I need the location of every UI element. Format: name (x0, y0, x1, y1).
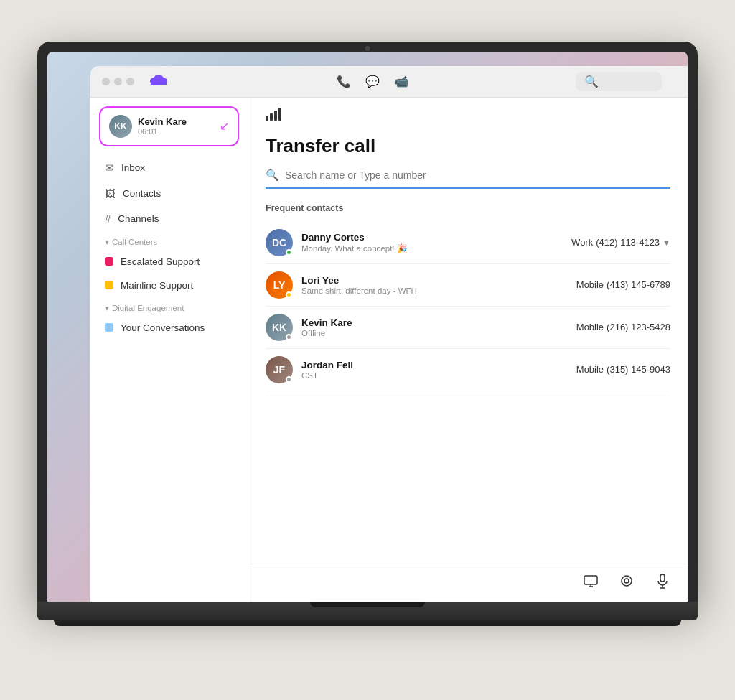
contact-details-jordan: Jordan Fell CST (301, 360, 576, 380)
contacts-icon: 🖼 (105, 187, 116, 200)
video-icon[interactable]: 📹 (394, 75, 408, 88)
contact-avatar-jordan: JF (266, 356, 293, 383)
status-dot-kevin (286, 334, 292, 340)
contact-phone-kevin[interactable]: Mobile (216) 123-5428 (576, 322, 670, 332)
contact-status-jordan: CST (301, 371, 576, 380)
svg-point-6 (624, 579, 629, 583)
svg-rect-3 (151, 81, 167, 85)
contact-status-danny: Monday. What a concept! 🎉 (301, 243, 571, 253)
transfer-search-bar[interactable]: 🔍 (266, 169, 670, 189)
contact-row[interactable]: DC Danny Cortes Monday. What a concept! … (266, 222, 670, 264)
sidebar-item-mainline[interactable]: Mainline Support (90, 274, 248, 297)
microphone-icon[interactable] (655, 573, 670, 593)
laptop-notch (310, 602, 425, 607)
sidebar-item-contacts[interactable]: 🖼 Contacts (90, 181, 248, 206)
app-window: 📞 💬 📹 🔍 KK (90, 66, 688, 602)
close-button[interactable] (102, 78, 110, 85)
screen-share-icon[interactable] (583, 573, 599, 593)
status-dot-lori (286, 291, 292, 298)
signal-bar-area (248, 98, 688, 121)
bottom-action-bar (248, 564, 688, 602)
contact-details-kevin: Kevin Kare Offline (301, 317, 576, 337)
window-controls (102, 78, 134, 85)
inbox-label: Inbox (121, 162, 145, 173)
contact-details-danny: Danny Cortes Monday. What a concept! 🎉 (301, 232, 571, 253)
contact-details-lori: Lori Yee Same shirt, different day - WFH (301, 275, 576, 295)
phone-icon[interactable]: 📞 (337, 75, 351, 88)
laptop-screen: 📞 💬 📹 🔍 KK (47, 52, 688, 602)
chevron-down-icon: ▾ (105, 237, 109, 247)
contact-row[interactable]: KK Kevin Kare Offline Mobile (266, 307, 670, 349)
contact-row[interactable]: JF Jordan Fell CST Mobile (266, 349, 670, 391)
signal-bar-4 (278, 108, 281, 121)
sidebar-item-escalated[interactable]: Escalated Support (90, 250, 248, 274)
minimize-button[interactable] (114, 78, 122, 85)
transfer-search-input[interactable] (285, 169, 670, 181)
contact-status-kevin: Offline (301, 329, 576, 337)
call-centers-section: ▾ Call Centers (90, 231, 248, 250)
sidebar-item-your-conversations[interactable]: Your Conversations (90, 316, 248, 340)
call-info: Kevin Kare 06:01 (138, 116, 214, 136)
contacts-label: Contacts (123, 188, 161, 199)
transfer-search-icon: 🔍 (266, 169, 279, 182)
status-dot-danny (286, 249, 292, 256)
phone-dropdown-icon[interactable]: ▼ (663, 238, 670, 247)
contact-phone-danny[interactable]: Work (412) 113-4123 ▼ (571, 237, 670, 248)
contact-phone-lori[interactable]: Mobile (413) 145-6789 (576, 279, 670, 290)
conversations-color-dot (105, 323, 113, 332)
contact-avatar-kevin: KK (266, 314, 293, 341)
svg-rect-7 (660, 574, 665, 582)
svg-point-5 (622, 576, 632, 586)
channels-label: Channels (118, 213, 159, 224)
signal-bar-2 (270, 113, 273, 121)
contact-list: DC Danny Cortes Monday. What a concept! … (266, 222, 670, 391)
sidebar-item-channels[interactable]: # Channels (90, 206, 248, 231)
sidebar: KK Kevin Kare 06:01 ↙ ✉ Inbox (90, 98, 248, 602)
contact-status-lori: Same shirt, different day - WFH (301, 286, 576, 295)
escalated-color-dot (105, 257, 113, 266)
call-avatar: KK (109, 115, 132, 138)
frequent-contacts-label: Frequent contacts (266, 203, 670, 213)
camera-dot (365, 46, 370, 51)
contact-name-lori: Lori Yee (301, 275, 576, 286)
camera-icon[interactable] (619, 573, 635, 593)
global-search[interactable]: 🔍 (576, 72, 662, 91)
contact-avatar-lori: LY (266, 271, 293, 299)
signal-bars (266, 108, 670, 121)
title-bar: 📞 💬 📹 🔍 (90, 66, 688, 98)
contact-name-jordan: Jordan Fell (301, 360, 576, 370)
digital-engagement-section: ▾ Digital Engagement (90, 297, 248, 316)
transfer-title: Transfer call (266, 135, 670, 157)
contact-phone-jordan[interactable]: Mobile (315) 145-9043 (576, 364, 670, 375)
chat-icon[interactable]: 💬 (365, 75, 380, 88)
transfer-section: Transfer call 🔍 Frequent contacts (248, 121, 688, 391)
laptop-base (37, 602, 698, 620)
nav-icons: 📞 💬 📹 (337, 75, 408, 88)
channels-icon: # (105, 213, 111, 225)
laptop-foot (54, 620, 681, 626)
status-dot-jordan (286, 376, 292, 383)
contact-avatar-danny: DC (266, 229, 293, 256)
main-content: KK Kevin Kare 06:01 ↙ ✉ Inbox (90, 98, 688, 602)
contact-row[interactable]: LY Lori Yee Same shirt, different day - … (266, 264, 670, 307)
maximize-button[interactable] (126, 78, 134, 85)
screen-bezel: 📞 💬 📹 🔍 KK (37, 42, 698, 602)
right-panel: Transfer call 🔍 Frequent contacts (248, 98, 688, 602)
chevron-down-icon-2: ▾ (105, 303, 109, 313)
call-transfer-icon[interactable]: ↙ (220, 119, 229, 133)
mainline-color-dot (105, 281, 113, 289)
sidebar-item-inbox[interactable]: ✉ Inbox (90, 155, 248, 181)
contact-name-kevin: Kevin Kare (301, 317, 576, 328)
laptop-container: 📞 💬 📹 🔍 KK (37, 42, 698, 659)
signal-bar-3 (274, 111, 277, 121)
call-timer: 06:01 (138, 127, 214, 136)
svg-rect-4 (584, 576, 597, 584)
active-call-card[interactable]: KK Kevin Kare 06:01 ↙ (99, 106, 239, 146)
call-name: Kevin Kare (138, 116, 214, 127)
inbox-icon: ✉ (105, 162, 114, 174)
search-icon: 🔍 (584, 75, 599, 88)
app-logo (149, 73, 169, 89)
contact-name-danny: Danny Cortes (301, 232, 571, 243)
